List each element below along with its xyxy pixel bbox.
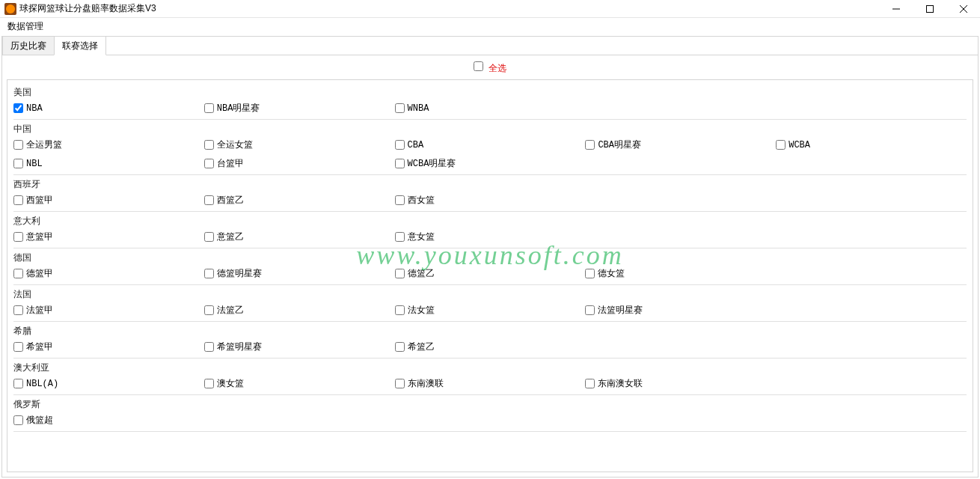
league-checkbox[interactable] <box>13 195 23 205</box>
league-checkbox[interactable] <box>395 103 405 113</box>
league-item[interactable]: 法女篮 <box>395 304 586 317</box>
league-item[interactable]: WNBA <box>395 102 586 115</box>
league-checkbox[interactable] <box>13 103 23 113</box>
league-group: 法国法篮甲法篮乙法女篮法篮明星赛 <box>13 285 967 322</box>
league-item[interactable]: 东南澳女联 <box>585 377 776 390</box>
tab-history[interactable]: 历史比赛 <box>2 36 55 55</box>
league-label: NBA <box>26 103 43 114</box>
select-all-checkbox-wrap[interactable]: 全选 <box>474 63 506 73</box>
league-item[interactable]: 意篮甲 <box>13 231 204 243</box>
league-checkbox[interactable] <box>204 159 214 168</box>
league-item[interactable]: 希篮乙 <box>395 341 586 353</box>
league-item[interactable]: 希篮明星赛 <box>204 341 395 353</box>
league-item[interactable]: 希篮甲 <box>13 341 204 353</box>
tab-league-select[interactable]: 联赛选择 <box>54 36 106 55</box>
league-checkbox[interactable] <box>204 232 214 242</box>
league-checkbox[interactable] <box>585 305 595 315</box>
close-button[interactable] <box>946 0 980 18</box>
group-name: 中国 <box>13 123 967 135</box>
league-checkbox[interactable] <box>13 232 23 242</box>
league-item[interactable]: CBA明星赛 <box>585 138 776 151</box>
league-checkbox[interactable] <box>204 195 214 205</box>
league-item[interactable]: 西篮乙 <box>204 194 395 207</box>
league-checkbox[interactable] <box>395 305 405 315</box>
league-item[interactable]: CBA <box>395 138 586 151</box>
league-group: 希腊希篮甲希篮明星赛希篮乙 <box>13 322 967 359</box>
league-item[interactable]: 东南澳联 <box>395 377 586 390</box>
league-item[interactable]: 德篮甲 <box>13 267 204 280</box>
league-item[interactable]: 台篮甲 <box>204 157 395 170</box>
league-label: 德篮甲 <box>26 267 53 280</box>
svg-rect-1 <box>926 5 933 12</box>
league-checkbox[interactable] <box>395 232 405 242</box>
league-checkbox[interactable] <box>204 342 214 352</box>
league-item[interactable]: 俄篮超 <box>13 414 204 427</box>
league-item[interactable]: 德女篮 <box>585 267 776 280</box>
league-checkbox[interactable] <box>395 342 405 352</box>
league-checkbox[interactable] <box>204 140 214 150</box>
league-checkbox[interactable] <box>13 269 23 278</box>
league-checkbox[interactable] <box>395 269 405 278</box>
league-checkbox[interactable] <box>395 379 405 388</box>
league-checkbox[interactable] <box>204 269 214 278</box>
league-label: 希篮明星赛 <box>217 341 262 353</box>
league-label: NBA明星赛 <box>217 102 260 115</box>
league-item[interactable]: 西女篮 <box>395 194 586 207</box>
league-item[interactable]: 法篮甲 <box>13 304 204 317</box>
minimize-button[interactable] <box>879 0 913 18</box>
league-item[interactable]: WCBA <box>776 138 967 151</box>
league-checkbox[interactable] <box>13 415 23 425</box>
league-checkbox[interactable] <box>13 140 23 150</box>
league-checkbox[interactable] <box>395 140 405 150</box>
league-item[interactable]: 意篮乙 <box>204 231 395 243</box>
league-item[interactable]: WCBA明星赛 <box>395 157 586 170</box>
league-group: 德国德篮甲德篮明星赛德篮乙德女篮 <box>13 248 967 285</box>
groups-panel[interactable]: 美国NBANBA明星赛WNBA中国全运男篮全运女篮CBACBA明星赛WCBANB… <box>7 79 973 472</box>
league-label: NBL(A) <box>26 379 58 389</box>
league-label: 法篮明星赛 <box>598 304 643 317</box>
league-group: 俄罗斯俄篮超 <box>13 395 967 432</box>
league-checkbox[interactable] <box>13 159 23 168</box>
league-item[interactable]: NBA明星赛 <box>204 102 395 115</box>
league-checkbox[interactable] <box>776 140 785 150</box>
league-item[interactable]: 全运男篮 <box>13 138 204 151</box>
leagues-row: 西篮甲西篮乙西女篮 <box>13 194 967 207</box>
league-item[interactable]: NBL(A) <box>13 377 204 390</box>
league-checkbox[interactable] <box>204 305 214 315</box>
group-name: 美国 <box>13 86 967 99</box>
titlebar: 球探网篮球让分盘赔率数据采集V3 <box>0 0 980 18</box>
league-checkbox[interactable] <box>13 379 23 388</box>
league-label: 西篮甲 <box>26 194 53 207</box>
league-group: 美国NBANBA明星赛WNBA <box>13 83 967 120</box>
tab-strip: 历史比赛 联赛选择 <box>2 37 978 55</box>
league-label: 法篮乙 <box>217 304 244 317</box>
league-item[interactable]: 意女篮 <box>395 231 586 243</box>
league-label: 澳女篮 <box>217 377 244 390</box>
league-item[interactable]: 西篮甲 <box>13 194 204 207</box>
league-label: 法篮甲 <box>26 304 53 317</box>
league-item[interactable]: 德篮明星赛 <box>204 267 395 280</box>
league-label: 台篮甲 <box>217 157 244 170</box>
league-checkbox[interactable] <box>585 269 595 278</box>
league-item[interactable]: 法篮乙 <box>204 304 395 317</box>
league-checkbox[interactable] <box>585 379 595 388</box>
select-all-checkbox[interactable] <box>474 61 483 71</box>
league-checkbox[interactable] <box>13 342 23 352</box>
league-item[interactable]: NBL <box>13 157 204 170</box>
league-item[interactable]: 全运女篮 <box>204 138 395 151</box>
maximize-button[interactable] <box>913 0 946 18</box>
league-checkbox[interactable] <box>204 379 214 388</box>
league-item[interactable]: 澳女篮 <box>204 377 395 390</box>
league-checkbox[interactable] <box>395 195 405 205</box>
tabs-container: 历史比赛 联赛选择 全选 美国NBANBA明星赛WNBA中国全运男篮全运女篮CB… <box>1 36 979 478</box>
league-item[interactable]: NBA <box>13 102 204 115</box>
league-checkbox[interactable] <box>395 159 405 168</box>
group-name: 西班牙 <box>13 178 967 191</box>
league-label: 希篮乙 <box>408 341 435 353</box>
league-checkbox[interactable] <box>585 140 595 150</box>
league-checkbox[interactable] <box>13 305 23 315</box>
league-checkbox[interactable] <box>204 103 214 113</box>
menu-data-manage[interactable]: 数据管理 <box>3 19 48 34</box>
league-item[interactable]: 法篮明星赛 <box>585 304 776 317</box>
league-item[interactable]: 德篮乙 <box>395 267 586 280</box>
